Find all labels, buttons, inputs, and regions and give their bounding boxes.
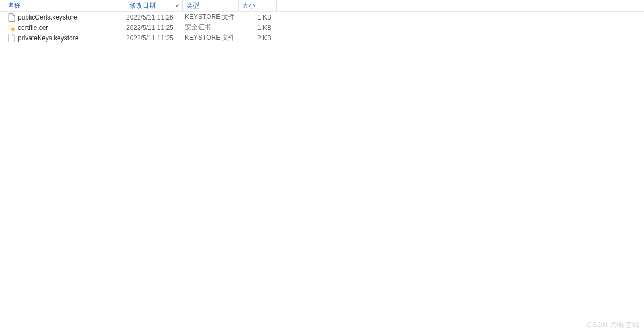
file-icon: [8, 34, 15, 42]
file-name-text: certfile.cer: [18, 24, 48, 32]
file-type-cell: KEYSTORE 文件: [183, 33, 239, 42]
file-name-text: privateKeys.keystore: [18, 34, 78, 42]
column-header-name[interactable]: 名称: [0, 0, 126, 11]
file-size-cell: 1 KB: [239, 24, 274, 32]
column-header-type[interactable]: 类型: [183, 0, 239, 11]
svg-point-1: [12, 28, 15, 30]
check-icon: ✓: [175, 2, 180, 9]
file-list: publicCerts.keystore2022/5/11 11:26KEYST…: [0, 12, 644, 43]
file-name-cell: publicCerts.keystore: [0, 13, 126, 22]
file-date-cell: 2022/5/11 11:25: [126, 24, 183, 32]
file-type-cell: KEYSTORE 文件: [183, 13, 239, 22]
column-header-row: 名称 ⌄ 修改日期 ✓ 类型 大小: [0, 0, 644, 12]
sort-arrow-icon: ⌄: [152, 0, 157, 4]
file-name-text: publicCerts.keystore: [18, 14, 77, 21]
column-header-date[interactable]: ⌄ 修改日期 ✓: [126, 0, 183, 11]
column-name-label: 名称: [8, 1, 21, 10]
file-row[interactable]: privateKeys.keystore2022/5/11 11:25KEYST…: [0, 33, 644, 43]
column-header-size[interactable]: 大小: [239, 0, 277, 11]
file-size-cell: 1 KB: [239, 14, 274, 21]
column-type-label: 类型: [186, 1, 199, 10]
column-size-label: 大小: [242, 1, 255, 10]
file-row[interactable]: certfile.cer2022/5/11 11:25安全证书1 KB: [0, 22, 644, 33]
watermark-text: CSDN @唯空城: [587, 320, 640, 330]
certificate-icon: [8, 23, 15, 32]
file-date-cell: 2022/5/11 11:26: [126, 14, 183, 21]
file-name-cell: privateKeys.keystore: [0, 34, 126, 42]
file-date-cell: 2022/5/11 11:25: [126, 34, 183, 42]
file-name-cell: certfile.cer: [0, 23, 126, 32]
file-row[interactable]: publicCerts.keystore2022/5/11 11:26KEYST…: [0, 12, 644, 22]
file-icon: [8, 13, 15, 22]
file-type-cell: 安全证书: [183, 23, 239, 32]
file-size-cell: 2 KB: [239, 34, 274, 42]
